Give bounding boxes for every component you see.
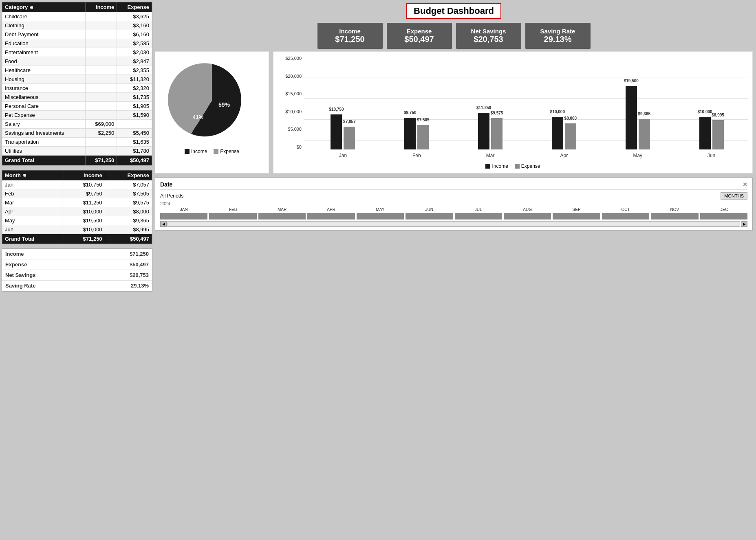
- month-expense-cell: $7,505: [105, 189, 152, 198]
- income-bar-label: $9,750: [404, 110, 417, 115]
- all-periods-row: All Periods MONTHS: [160, 192, 747, 200]
- month-cell[interactable]: [209, 213, 256, 220]
- month-cell[interactable]: [258, 213, 306, 220]
- y-axis-label: $10,000: [285, 109, 302, 114]
- income-cell: [85, 111, 117, 120]
- bar-chart-container: $25,000$20,000$15,000$10,000$5,000$0$10,…: [273, 51, 753, 173]
- month-cell: Feb: [2, 189, 62, 198]
- income-bar: $10,750: [331, 114, 342, 149]
- expense-cell: $1,635: [117, 138, 152, 147]
- month-col-header: Month ⊞: [2, 171, 62, 180]
- bar-x-label: Apr: [560, 153, 568, 158]
- expense-cell: $6,160: [117, 30, 152, 39]
- month-cell[interactable]: [357, 213, 404, 220]
- pie-chart-svg: 59% 41%: [167, 56, 257, 145]
- expense-bar: $9,575: [491, 118, 503, 149]
- summary-label: Net Savings: [5, 272, 62, 278]
- bar-group: $11,250$9,575Mar: [454, 68, 527, 149]
- month-gt-expense: $50,497: [105, 234, 152, 244]
- month-income-cell: $10,750: [62, 180, 105, 189]
- card-value: 29.13%: [533, 35, 582, 44]
- month-cell[interactable]: [700, 213, 747, 220]
- bar-pair: $10,000$8,000: [552, 68, 576, 149]
- summary-boxes: Income $71,250 Expense $50,497 Net Savin…: [2, 248, 152, 292]
- category-row: Salary $69,000: [2, 120, 152, 129]
- right-panel: Budget Dashboard Income $71,250 Expense …: [153, 2, 754, 538]
- month-cell: Apr: [2, 207, 62, 216]
- month-cell[interactable]: [553, 213, 600, 220]
- expense-cell: $2,320: [117, 84, 152, 93]
- card-value: $50,497: [395, 35, 444, 44]
- income-bar: $11,250: [478, 113, 489, 149]
- month-label: JAN: [160, 207, 207, 212]
- summary-label: Saving Rate: [5, 283, 62, 289]
- grand-total-expense: $50,497: [117, 156, 152, 165]
- scroll-track[interactable]: [168, 221, 740, 227]
- category-row: Housing $11,320: [2, 75, 152, 84]
- bar-group: $19,500$9,365May: [601, 68, 674, 149]
- month-cell: Jun: [2, 225, 62, 234]
- income-cell: [85, 93, 117, 102]
- income-bar-label: $11,250: [476, 105, 491, 110]
- income-cell: [85, 102, 117, 111]
- month-cell[interactable]: [651, 213, 698, 220]
- category-col-header: Category ⊞: [2, 2, 86, 12]
- pie-legend-expense: Expense: [214, 149, 239, 154]
- card-label: Net Savings: [464, 28, 513, 35]
- category-cell: Utilities: [2, 147, 86, 156]
- month-income-cell: $11,250: [62, 198, 105, 207]
- month-label: APR: [307, 207, 355, 212]
- month-cell[interactable]: [602, 213, 649, 220]
- month-cell[interactable]: [160, 213, 207, 220]
- y-axis-label: $5,000: [288, 127, 302, 132]
- month-cell[interactable]: [307, 213, 355, 220]
- summary-label: Income: [5, 251, 62, 257]
- expense-bar: $8,995: [712, 120, 724, 149]
- date-filter-close-icon[interactable]: ✕: [743, 181, 747, 188]
- expense-bar-label: $9,365: [638, 112, 650, 116]
- bar-income-label: Income: [492, 163, 508, 169]
- scroll-right-arrow[interactable]: ▶: [741, 221, 747, 227]
- category-cell: Healthcare: [2, 66, 86, 75]
- month-cell: Jan: [2, 180, 62, 189]
- category-row: Healthcare $2,355: [2, 66, 152, 75]
- card-label: Saving Rate: [533, 28, 582, 35]
- category-row: Debt Payment $6,160: [2, 30, 152, 39]
- income-cell: [85, 57, 117, 66]
- income-bar: $10,000: [552, 117, 563, 149]
- expense-cell: $1,590: [117, 111, 152, 120]
- month-cell[interactable]: [406, 213, 453, 220]
- bar-group: $10,000$8,995Jun: [674, 68, 748, 149]
- month-row: Jan $10,750 $7,057: [2, 180, 152, 189]
- expense-bar: $7,505: [417, 125, 429, 149]
- months-button[interactable]: MONTHS: [721, 192, 747, 200]
- category-grand-total-row: Grand Total $71,250 $50,497: [2, 156, 152, 165]
- income-cell: [85, 48, 117, 57]
- expense-bar-label: $7,057: [343, 119, 356, 124]
- expense-cell: $2,030: [117, 48, 152, 57]
- scroll-left-arrow[interactable]: ◀: [160, 221, 167, 227]
- month-cell[interactable]: [455, 213, 502, 220]
- month-cell[interactable]: [504, 213, 551, 220]
- month-table-container: Month ⊞ Income Expense Jan $10,750 $7,05…: [2, 170, 152, 244]
- month-filter-icon[interactable]: ⊞: [22, 173, 26, 178]
- expense-cell: $2,847: [117, 57, 152, 66]
- summary-value: $71,250: [62, 251, 149, 257]
- income-bar: $19,500: [626, 86, 637, 149]
- filter-icon[interactable]: ⊞: [29, 5, 33, 10]
- month-gt-income: $71,250: [62, 234, 105, 244]
- bar-pair: $9,750$7,505: [404, 68, 429, 149]
- category-row: Insurance $2,320: [2, 84, 152, 93]
- pie-chart-container: 59% 41% Income Expense: [155, 51, 269, 173]
- month-label: DEC: [700, 207, 747, 212]
- expense-legend-label: Expense: [220, 149, 239, 154]
- all-periods-label: All Periods: [160, 193, 183, 199]
- income-cell: [85, 147, 117, 156]
- left-panel: Category ⊞ Income Expense Childcare $3,6…: [2, 2, 152, 538]
- income-cell: [85, 84, 117, 93]
- month-label: FEB: [209, 207, 256, 212]
- bar-income-dot: [485, 164, 490, 169]
- expense-cell: $1,780: [117, 147, 152, 156]
- income-bar-label: $19,500: [624, 79, 639, 83]
- summary-card: Saving Rate 29.13%: [525, 23, 591, 49]
